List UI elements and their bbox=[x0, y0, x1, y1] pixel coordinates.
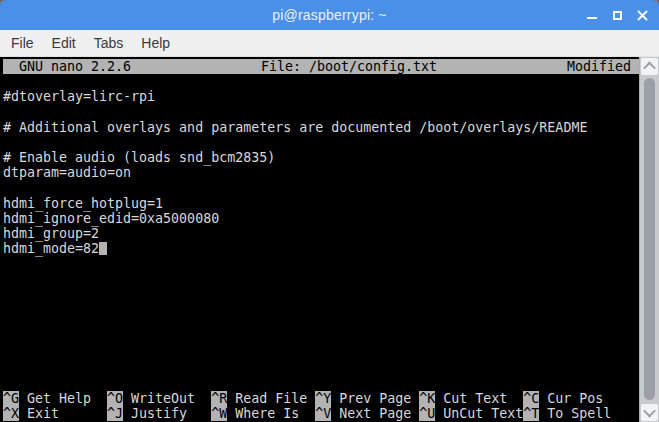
shortcut-ctrl-Y: ^YPrev Page bbox=[315, 391, 419, 406]
shortcut-key: ^T bbox=[523, 406, 539, 421]
shortcut-ctrl-O: ^OWriteOut bbox=[107, 391, 211, 406]
buffer-line bbox=[3, 135, 639, 150]
menu-item-file[interactable]: File bbox=[4, 32, 41, 54]
shortcut-ctrl-R: ^RRead File bbox=[211, 391, 315, 406]
shortcut-ctrl-C: ^CCur Pos bbox=[523, 391, 627, 406]
terminal: GNU nano 2.2.6 File: /boot/config.txt Mo… bbox=[0, 57, 659, 422]
shortcut-ctrl-V: ^VNext Page bbox=[315, 406, 419, 421]
shortcut-key: ^Y bbox=[315, 391, 331, 406]
shortcut-ctrl-G: ^GGet Help bbox=[3, 391, 107, 406]
shortcut-label: UnCut Text bbox=[443, 406, 523, 421]
shortcut-ctrl-W: ^WWhere Is bbox=[211, 406, 315, 421]
shortcut-ctrl-T: ^TTo Spell bbox=[523, 406, 627, 421]
window-title: pi@raspberrypi: ~ bbox=[272, 7, 387, 23]
menu-item-edit[interactable]: Edit bbox=[45, 32, 83, 54]
window-titlebar[interactable]: pi@raspberrypi: ~ bbox=[0, 0, 659, 30]
shortcut-key: ^W bbox=[211, 406, 227, 421]
shortcut-label: Prev Page bbox=[339, 391, 411, 406]
buffer-line: hdmi_mode=82 bbox=[3, 241, 639, 256]
shortcut-label: Cur Pos bbox=[547, 391, 603, 406]
shortcut-label: Where Is bbox=[235, 406, 299, 421]
menu-bar: FileEditTabsHelp bbox=[0, 30, 659, 57]
shortcut-row2: ^XExit^JJustify^WWhere Is^VNext Page^UUn… bbox=[3, 406, 639, 421]
buffer-line: hdmi_group=2 bbox=[3, 226, 639, 241]
shortcut-row1: ^GGet Help^OWriteOut^RRead File^YPrev Pa… bbox=[3, 391, 639, 406]
minimize-icon[interactable] bbox=[585, 8, 599, 22]
shortcut-key: ^X bbox=[3, 406, 19, 421]
buffer-line: #dtoverlay=lirc-rpi bbox=[3, 89, 639, 104]
text-cursor bbox=[99, 242, 107, 255]
buffer-line: # Enable audio (loads snd_bcm2835) bbox=[3, 150, 639, 165]
buffer-line: # Additional overlays and parameters are… bbox=[3, 120, 639, 135]
shortcut-label: Exit bbox=[27, 406, 59, 421]
menu-item-tabs[interactable]: Tabs bbox=[87, 32, 131, 54]
shortcut-label: To Spell bbox=[547, 406, 611, 421]
scroll-up-icon[interactable] bbox=[641, 58, 658, 75]
editor-buffer: #dtoverlay=lirc-rpi# Additional overlays… bbox=[3, 74, 639, 256]
shortcut-ctrl-U: ^UUnCut Text bbox=[419, 406, 523, 421]
shortcut-key: ^U bbox=[419, 406, 435, 421]
editor-empty-area bbox=[3, 256, 639, 390]
shortcut-key: ^V bbox=[315, 406, 331, 421]
terminal-screen[interactable]: GNU nano 2.2.6 File: /boot/config.txt Mo… bbox=[0, 57, 639, 422]
window-controls bbox=[585, 0, 649, 30]
close-icon[interactable] bbox=[635, 8, 649, 22]
shortcut-key: ^R bbox=[211, 391, 227, 406]
shortcut-key: ^K bbox=[419, 391, 435, 406]
buffer-line bbox=[3, 74, 639, 89]
shortcut-label: Cut Text bbox=[443, 391, 507, 406]
nano-header-bar: GNU nano 2.2.6 File: /boot/config.txt Mo… bbox=[3, 59, 639, 74]
shortcut-label: Justify bbox=[131, 406, 187, 421]
shortcut-key: ^O bbox=[107, 391, 123, 406]
buffer-line: hdmi_force_hotplug=1 bbox=[3, 196, 639, 211]
buffer-line bbox=[3, 105, 639, 120]
shortcut-label: Read File bbox=[235, 391, 307, 406]
nano-modified-status: Modified bbox=[567, 59, 631, 74]
buffer-line: dtparam=audio=on bbox=[3, 165, 639, 180]
shortcut-label: Next Page bbox=[339, 406, 411, 421]
shortcut-key: ^C bbox=[523, 391, 539, 406]
nano-filename: File: /boot/config.txt bbox=[261, 59, 437, 74]
shortcut-key: ^J bbox=[107, 406, 123, 421]
buffer-line bbox=[3, 181, 639, 196]
shortcut-ctrl-X: ^XExit bbox=[3, 406, 107, 421]
terminal-window: pi@raspberrypi: ~ FileEditTabsHelp GNU n… bbox=[0, 0, 659, 422]
menu-item-help[interactable]: Help bbox=[134, 32, 177, 54]
scrollbar-thumb[interactable] bbox=[644, 78, 655, 400]
scroll-down-icon[interactable] bbox=[641, 404, 658, 421]
nano-version: GNU nano 2.2.6 bbox=[19, 59, 131, 74]
buffer-line: hdmi_ignore_edid=0xa5000080 bbox=[3, 211, 639, 226]
shortcut-label: Get Help bbox=[27, 391, 91, 406]
shortcut-label: WriteOut bbox=[131, 391, 195, 406]
shortcut-ctrl-J: ^JJustify bbox=[107, 406, 211, 421]
scrollbar[interactable] bbox=[639, 57, 659, 422]
maximize-icon[interactable] bbox=[610, 8, 624, 22]
shortcut-key: ^G bbox=[3, 391, 19, 406]
shortcut-ctrl-K: ^KCut Text bbox=[419, 391, 523, 406]
